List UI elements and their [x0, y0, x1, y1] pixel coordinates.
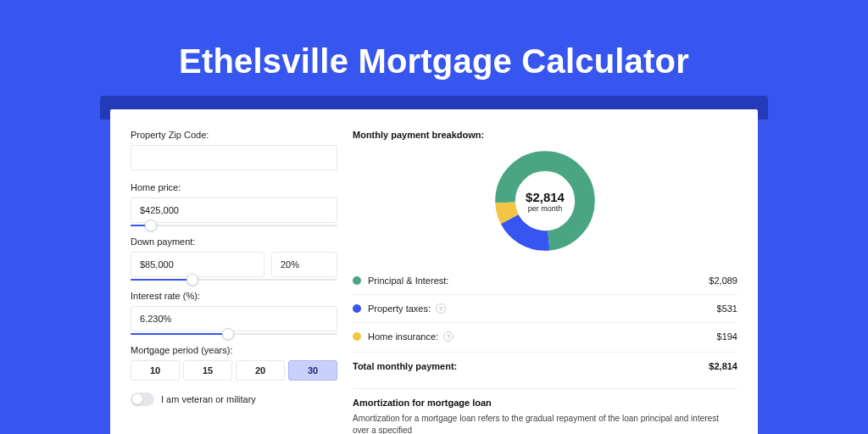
period-option-20[interactable]: 20 — [236, 360, 285, 381]
interest-rate-slider-thumb[interactable] — [222, 328, 234, 340]
total-row: Total monthly payment: $2,814 — [353, 352, 737, 383]
breakdown-divider — [353, 322, 737, 323]
calculator-panel: Property Zip Code: Home price: Down paym… — [110, 109, 758, 434]
principal-amount: $2,089 — [709, 275, 737, 286]
interest-rate-field: Interest rate (%): — [131, 291, 337, 335]
home-price-label: Home price: — [131, 182, 337, 192]
breakdown-divider — [353, 294, 737, 295]
mortgage-period-field: Mortgage period (years): 10152030 — [131, 345, 337, 381]
period-option-15[interactable]: 15 — [183, 360, 232, 381]
down-payment-slider-thumb[interactable] — [186, 274, 198, 286]
donut-center: $2,814 per month — [492, 148, 598, 253]
veteran-row: I am veteran or military — [131, 392, 337, 406]
breakdown-item-principal: Principal & Interest:$2,089 — [353, 269, 737, 292]
interest-rate-slider[interactable] — [131, 333, 337, 335]
insurance-color-dot — [353, 332, 361, 341]
donut-chart-wrap: $2,814 per month — [353, 148, 737, 253]
veteran-toggle[interactable] — [131, 392, 154, 406]
veteran-label: I am veteran or military — [161, 394, 256, 404]
breakdown-list: Principal & Interest:$2,089Property taxe… — [353, 269, 737, 348]
taxes-color-dot — [353, 304, 361, 313]
donut-chart: $2,814 per month — [492, 148, 598, 253]
down-payment-percent-input[interactable] — [271, 252, 337, 277]
interest-rate-label: Interest rate (%): — [131, 291, 337, 301]
donut-center-sub: per month — [528, 204, 563, 213]
mortgage-period-label: Mortgage period (years): — [131, 345, 337, 355]
interest-rate-input[interactable] — [131, 306, 337, 331]
home-price-slider-thumb[interactable] — [145, 220, 157, 231]
amortization-title: Amortization for mortgage loan — [353, 388, 737, 408]
breakdown-item-taxes: Property taxes:?$531 — [353, 297, 737, 320]
principal-label: Principal & Interest: — [368, 275, 448, 286]
insurance-label: Home insurance: — [368, 331, 438, 342]
down-payment-slider-fill — [131, 279, 192, 281]
zip-label: Property Zip Code: — [131, 130, 337, 140]
home-price-input[interactable] — [131, 198, 337, 223]
taxes-label: Property taxes: — [368, 303, 431, 314]
principal-color-dot — [353, 276, 361, 285]
taxes-amount: $531 — [717, 303, 737, 314]
page-header: Ethelsville Mortgage Calculator — [0, 0, 868, 81]
page-title: Ethelsville Mortgage Calculator — [0, 42, 868, 81]
down-payment-label: Down payment: — [131, 236, 337, 247]
zip-input[interactable] — [131, 145, 337, 170]
insurance-amount: $194 — [717, 331, 737, 342]
zip-field: Property Zip Code: — [131, 130, 337, 170]
breakdown-title: Monthly payment breakdown: — [353, 130, 737, 140]
total-amount: $2,814 — [709, 361, 737, 371]
mortgage-period-options: 10152030 — [131, 360, 337, 381]
period-option-10[interactable]: 10 — [131, 360, 180, 381]
breakdown-item-insurance: Home insurance:?$194 — [353, 325, 737, 348]
donut-center-amount: $2,814 — [526, 190, 565, 204]
interest-rate-slider-fill — [131, 333, 228, 335]
home-price-slider[interactable] — [131, 225, 337, 226]
total-label: Total monthly payment: — [353, 361, 457, 371]
taxes-help-icon[interactable]: ? — [436, 303, 446, 314]
down-payment-amount-input[interactable] — [131, 252, 264, 277]
down-payment-slider[interactable] — [131, 279, 337, 281]
breakdown-column: Monthly payment breakdown: $2,814 per mo… — [353, 130, 737, 434]
inputs-column: Property Zip Code: Home price: Down paym… — [131, 130, 337, 434]
insurance-help-icon[interactable]: ? — [443, 331, 453, 342]
amortization-text: Amortization for a mortgage loan refers … — [353, 413, 737, 434]
home-price-field: Home price: — [131, 182, 337, 226]
period-option-30[interactable]: 30 — [288, 360, 337, 381]
down-payment-field: Down payment: — [131, 236, 337, 281]
